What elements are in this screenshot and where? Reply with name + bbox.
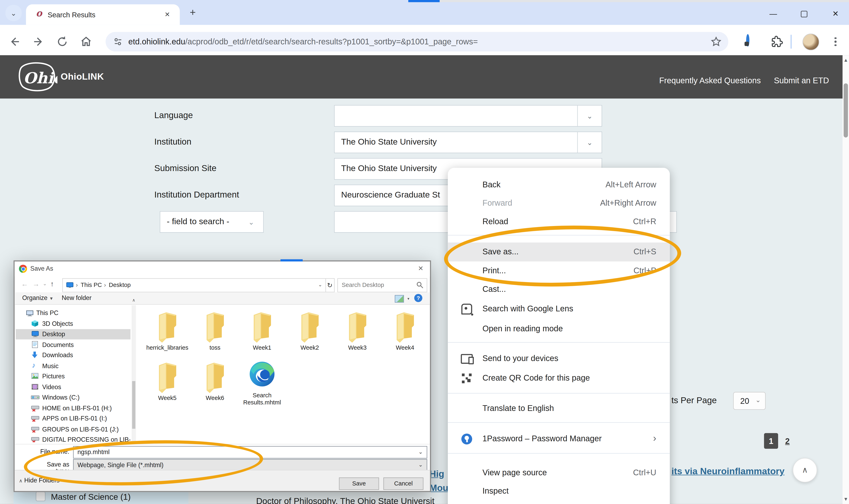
folder-item[interactable]: herrick_libraries [143,311,191,351]
hide-folders-button[interactable]: ∧ Hide Folders [19,477,59,483]
scrollbar-thumb[interactable] [844,83,848,138]
result-link-fragment[interactable]: Hig [429,469,448,480]
mhtml-file-item[interactable]: Search Results.mhtml [238,360,286,406]
menu-item-reload[interactable]: Reload Ctrl+R [448,212,670,231]
forward-button[interactable] [32,35,45,48]
window-close-button[interactable]: ✕ [830,9,841,20]
active-tab[interactable]: O Search Results ✕ [26,4,180,25]
folder-item[interactable]: Week5 [143,362,191,401]
sidebar-item-downloads[interactable]: Downloads [16,350,130,361]
menu-item-translate[interactable]: Translate to English [448,399,670,417]
browser-scrollbar[interactable]: ▲ ▼ [843,55,849,504]
header-link-submit-etd[interactable]: Submit an ETD [774,76,829,85]
header-link-faq[interactable]: Frequently Asked Questions [659,76,761,85]
save-type-select[interactable]: Webpage, Single File (*.mhtml) ⌄ [73,459,427,471]
organize-menu[interactable]: Organize ▼ [22,294,54,301]
site-settings-icon[interactable] [113,37,123,47]
sidebar-item-desktop[interactable]: Desktop [16,329,130,340]
dialog-close-icon[interactable]: ✕ [418,265,424,272]
select-language[interactable]: ⌄ [334,105,602,127]
search-placeholder: Search Desktop [341,282,384,288]
chevron-up-icon[interactable]: ∧ [131,298,136,303]
url-bar[interactable]: etd.ohiolink.edu/acprod/odb_etd/r/etd/se… [106,32,728,52]
result-link-fragment[interactable]: its via Neuroinflammatory [671,466,784,477]
chevron-down-icon[interactable]: ▾ [407,297,409,301]
tab-close-icon[interactable]: ✕ [162,10,172,20]
menu-item-print[interactable]: Print... Ctrl+P [448,262,670,280]
dialog-search-box[interactable]: Search Desktop [337,278,427,292]
back-button[interactable] [8,35,21,48]
dialog-address-bar[interactable]: › This PC › Desktop ⌄ [62,278,326,292]
dialog-titlebar[interactable]: Save As ✕ [15,262,430,276]
reload-button[interactable] [56,35,69,48]
network-drive-icon [31,426,40,432]
folder-item[interactable]: Week4 [381,311,429,351]
folder-item[interactable]: Week3 [334,311,381,351]
folder-item[interactable]: Week2 [286,311,334,351]
new-tab-button[interactable]: + [186,6,199,20]
sidebar-item-3d-objects[interactable]: 3D Objects [16,319,130,329]
dialog-back-icon[interactable]: ← [21,280,28,288]
folder-item[interactable]: Week6 [191,362,239,401]
window-minimize-button[interactable]: — [768,9,779,20]
context-menu: Back Alt+Left Arrow Forward Alt+Right Ar… [448,168,670,504]
window-maximize-button[interactable] [801,11,808,17]
breadcrumb-this-pc[interactable]: This PC [81,282,102,288]
dialog-forward-icon[interactable]: → [32,280,39,288]
sidebar-item-documents[interactable]: Documents [16,340,130,350]
dialog-up-icon[interactable]: ↑ [50,280,54,288]
pagination-current[interactable]: 1 [764,433,778,449]
menu-item-1password[interactable]: 1Password – Password Manager › [448,429,670,448]
extensions-puzzle-icon[interactable] [770,35,783,48]
cancel-button[interactable]: Cancel [383,478,424,490]
view-mode-icon[interactable] [395,295,404,303]
tab-search-button[interactable]: ⌄ [5,5,22,21]
sidebar-item-digital-processing-drive[interactable]: DIGITAL PROCESSING on LIB-FS-01 (K:) [16,435,130,442]
devices-icon [461,353,473,365]
folder-item[interactable]: Week1 [238,311,286,351]
sidebar-item-music[interactable]: ♪ Music [16,361,130,371]
sidebar-scrollbar-thumb[interactable] [132,381,136,429]
menu-item-view-source[interactable]: View page source Ctrl+U [448,464,670,482]
sidebar-item-apps-drive[interactable]: APPS on LIB-FS-01 (I:) [16,414,130,424]
sidebar-item-windows-c[interactable]: Windows (C:) [16,392,130,403]
select-institution[interactable]: The Ohio State University ⌄ [334,131,602,153]
bookmark-star-icon[interactable] [710,36,722,47]
sidebar-item-pictures[interactable]: Pictures [16,372,130,382]
home-button[interactable] [79,35,93,48]
sidebar-item-home-drive[interactable]: HOME on LIB-FS-01 (H:) [16,403,130,413]
new-folder-button[interactable]: New folder [62,294,91,301]
menu-item-create-qr[interactable]: Create QR Code for this page [448,368,670,387]
sidebar-item-this-pc[interactable]: This PC [16,308,130,319]
scroll-to-top-button[interactable]: ∧ [793,458,817,482]
per-page-select[interactable]: 20 ⌄ [733,392,765,410]
folder-item[interactable]: toss [191,311,239,351]
scrollbar-down-icon[interactable]: ▼ [843,497,849,502]
file-name-input[interactable]: ngsp.mhtml ⌄ [73,446,427,458]
scrollbar-up-icon[interactable]: ▲ [843,57,849,63]
dialog-history-chevron-icon[interactable]: ⌄ [43,281,47,287]
sidebar-item-videos[interactable]: Videos [16,382,130,392]
browser-menu-button[interactable] [831,34,841,49]
menu-item-reading-mode[interactable]: Open in reading mode [448,319,670,338]
menu-item-save-as[interactable]: Save as... Ctrl+S [448,242,670,262]
facet-label[interactable]: Master of Science (1) [51,492,131,502]
sidebar-scrollbar[interactable]: ∧ ∨ [131,305,136,444]
facet-checkbox[interactable] [36,491,46,501]
profile-avatar[interactable] [802,34,819,50]
help-icon[interactable]: ? [414,294,423,302]
select-field-to-search[interactable]: - field to search - ⌄ [160,211,264,233]
1password-extension-icon[interactable] [746,36,749,46]
sidebar-item-groups-drive[interactable]: GROUPS on LIB-FS-01 (J:) [16,424,130,435]
menu-item-inspect[interactable]: Inspect [448,482,670,500]
chevron-down-icon[interactable]: ⌄ [318,282,322,288]
save-button[interactable]: Save [339,478,379,490]
menu-item-send-to-devices[interactable]: Send to your devices [448,349,670,367]
menu-item-search-google-lens[interactable]: Search with Google Lens [448,299,670,318]
result-link-fragment[interactable]: Mou [429,483,448,493]
menu-item-back[interactable]: Back Alt+Left Arrow [448,175,670,194]
breadcrumb-desktop[interactable]: Desktop [109,282,130,288]
pagination-next[interactable]: 2 [785,436,790,446]
dialog-refresh-icon[interactable]: ↻ [325,278,335,292]
menu-item-cast[interactable]: Cast... [448,280,670,298]
